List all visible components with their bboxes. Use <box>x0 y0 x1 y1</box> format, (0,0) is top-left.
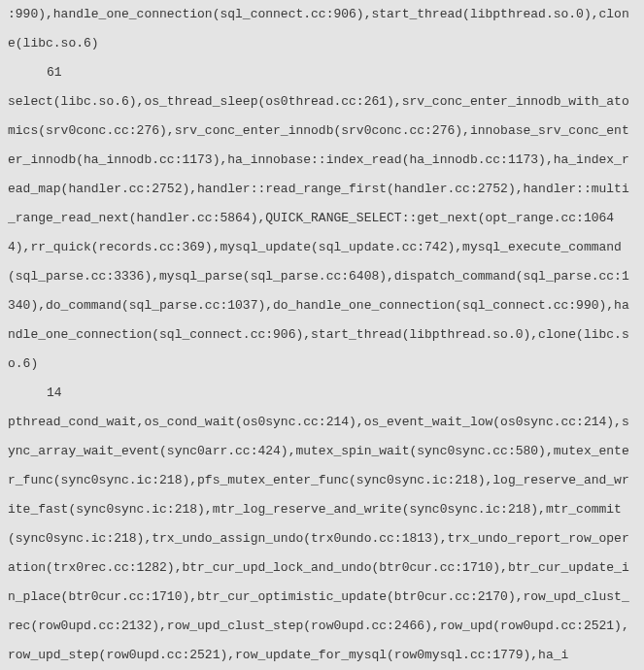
thread-count-1: 61 <box>8 58 636 87</box>
stack-trace-3: pthread_cond_wait,os_cond_wait(os0sync.c… <box>8 408 636 670</box>
stack-trace-2: select(libc.so.6),os_thread_sleep(os0thr… <box>8 87 636 379</box>
stack-trace-fragment-1: :990),handle_one_connection(sql_connect.… <box>8 0 636 58</box>
thread-count-2: 14 <box>8 379 636 408</box>
